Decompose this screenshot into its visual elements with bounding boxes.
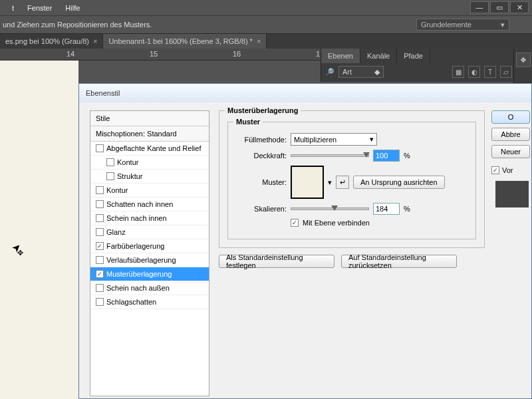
checkbox[interactable]: [96, 144, 104, 152]
minimize-button[interactable]: —: [470, 1, 489, 13]
filter-type-icon[interactable]: T: [484, 66, 496, 78]
style-item-inner-shadow[interactable]: Schatten nach innen: [90, 198, 209, 211]
style-label: Farbüberlagerung: [106, 242, 164, 250]
style-item-inner-glow[interactable]: Schein nach innen: [90, 211, 209, 225]
tab-channels[interactable]: Kanäle: [360, 49, 397, 63]
panel-title: Musterüberlagerung: [225, 106, 301, 114]
opacity-label: Deckkraft:: [236, 152, 287, 160]
style-item-bevel[interactable]: Abgeflachte Kante und Relief: [90, 142, 209, 156]
ruler-mark: 14: [66, 50, 74, 58]
search-icon: 🔎: [325, 68, 334, 76]
checkbox[interactable]: [96, 200, 104, 208]
style-list: Stile Mischoptionen: Standard Abgeflacht…: [90, 110, 209, 396]
link-with-layer-checkbox[interactable]: [291, 219, 299, 227]
menu-item[interactable]: t: [5, 4, 21, 12]
style-item-color-overlay[interactable]: Farbüberlagerung: [90, 239, 209, 253]
reset-default-button[interactable]: Auf Standardeinstellung zurücksetzen: [341, 255, 457, 268]
percent-label: %: [404, 205, 410, 213]
style-item-gradient-overlay[interactable]: Verlaufsüberlagerung: [90, 253, 209, 267]
dialog-title: Ebenenstil: [86, 89, 120, 97]
opacity-input[interactable]: [373, 150, 400, 162]
preview-swatch: [495, 181, 529, 207]
ruler-mark: 16: [233, 50, 241, 58]
options-bar: und Ziehen zum Repositionieren des Muste…: [0, 15, 532, 34]
style-label: Struktur: [117, 172, 143, 180]
style-item-texture[interactable]: Struktur: [90, 170, 209, 184]
style-label: Schein nach außen: [106, 284, 170, 292]
menubar: t Fenster Hilfe: [0, 0, 532, 15]
workspace-selector[interactable]: Grundelemente ▾: [416, 19, 509, 31]
canvas[interactable]: [0, 61, 78, 399]
layer-style-dialog: Ebenenstil Stile Mischoptionen: Standard…: [78, 83, 532, 399]
snap-to-origin-button[interactable]: An Ursprung ausrichten: [353, 176, 445, 189]
tab-layers[interactable]: Ebenen: [321, 49, 360, 63]
tab-paths[interactable]: Pfade: [397, 49, 430, 63]
workspace-label: Grundelemente: [421, 21, 471, 29]
menu-item-window[interactable]: Fenster: [21, 4, 59, 12]
scale-input[interactable]: [373, 203, 400, 215]
chevron-down-icon: ▾: [501, 21, 505, 29]
pattern-swatch[interactable]: [291, 166, 324, 199]
scale-label: Skalieren:: [236, 205, 287, 213]
percent-label: %: [404, 152, 410, 160]
ruler-mark: 15: [150, 50, 158, 58]
filter-shape-icon[interactable]: ▱: [500, 66, 512, 78]
style-item-stroke[interactable]: Kontur: [90, 184, 209, 198]
checkbox[interactable]: [96, 284, 104, 292]
filter-adjust-icon[interactable]: ◐: [468, 66, 480, 78]
document-tab[interactable]: Unbenannt-1 bei 1600% (Ebene 3, RGB/8) *…: [103, 34, 267, 49]
options-hint: und Ziehen zum Repositionieren des Muste…: [3, 21, 152, 29]
style-list-header[interactable]: Stile: [90, 111, 209, 126]
chevron-down-icon[interactable]: ▾: [328, 178, 332, 187]
style-item-pattern-overlay[interactable]: Musterüberlagerung: [90, 267, 209, 281]
checkbox[interactable]: [106, 172, 114, 180]
style-label: Schatten nach innen: [106, 200, 173, 208]
style-item-satin[interactable]: Glanz: [90, 225, 209, 239]
filter-kind-dropdown[interactable]: Art◆: [338, 66, 384, 78]
ok-button[interactable]: O: [491, 110, 530, 124]
close-icon[interactable]: ×: [93, 37, 97, 45]
preview-checkbox[interactable]: [491, 166, 499, 174]
opacity-slider[interactable]: [291, 154, 369, 157]
document-tabs: es.png bei 100% (Grau/8) × Unbenannt-1 b…: [0, 34, 532, 49]
checkbox[interactable]: [96, 228, 104, 236]
blend-mode-label: Füllmethode:: [236, 136, 287, 144]
group-title: Muster: [233, 118, 263, 126]
checkbox[interactable]: [96, 256, 104, 264]
checkbox[interactable]: [96, 186, 104, 194]
style-label: Verlaufsüberlagerung: [106, 256, 176, 264]
blend-mode-dropdown[interactable]: Multiplizieren ▾: [291, 133, 377, 146]
new-preset-button[interactable]: ↵: [336, 176, 349, 189]
menu-item-help[interactable]: Hilfe: [59, 4, 86, 12]
style-item-outer-glow[interactable]: Schein nach außen: [90, 281, 209, 295]
new-style-button[interactable]: Neuer: [491, 145, 530, 158]
style-item-contour[interactable]: Kontur: [90, 156, 209, 170]
checkbox[interactable]: [96, 242, 104, 250]
preview-label: Vor: [502, 166, 513, 174]
make-default-button[interactable]: Als Standardeinstellung festlegen: [219, 255, 334, 268]
style-item-drop-shadow[interactable]: Schlagschatten: [90, 295, 209, 309]
cancel-button[interactable]: Abbre: [491, 128, 530, 141]
filter-pixel-icon[interactable]: ▦: [452, 66, 464, 78]
link-with-layer-label: Mit Ebene verbinden: [303, 219, 370, 227]
scale-slider[interactable]: [291, 207, 369, 210]
pattern-overlay-panel: Musterüberlagerung Muster Füllmethode: M…: [219, 110, 485, 243]
document-tab[interactable]: es.png bei 100% (Grau/8) ×: [0, 34, 103, 49]
close-button[interactable]: ✕: [510, 1, 529, 13]
checkbox[interactable]: [96, 298, 104, 306]
style-label: Schein nach innen: [106, 214, 167, 222]
checkbox[interactable]: [106, 158, 114, 166]
style-label: Kontur: [106, 186, 128, 194]
style-label: Kontur: [117, 158, 138, 166]
dock-icon[interactable]: ❖: [516, 53, 531, 67]
maximize-button[interactable]: ▭: [490, 1, 509, 13]
checkbox[interactable]: [96, 214, 104, 222]
style-label: Schlagschatten: [106, 298, 156, 306]
dialog-titlebar[interactable]: Ebenenstil: [79, 84, 531, 102]
close-icon[interactable]: ×: [257, 37, 261, 45]
move-cursor-icon: ✥: [17, 249, 23, 257]
checkbox[interactable]: [96, 270, 104, 278]
blending-options-header[interactable]: Mischoptionen: Standard: [90, 126, 209, 142]
style-label: Glanz: [106, 228, 126, 236]
blend-mode-value: Multiplizieren: [294, 136, 336, 144]
